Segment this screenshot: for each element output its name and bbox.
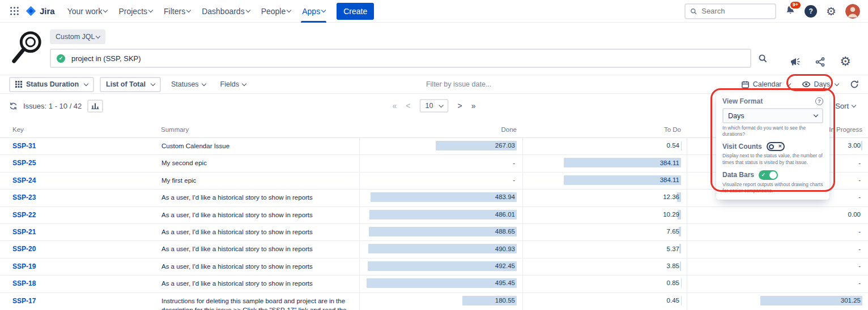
- nav-item-people[interactable]: People: [256, 0, 297, 23]
- issue-key-link[interactable]: SSP-22: [0, 207, 148, 223]
- help-icon[interactable]: ?: [815, 97, 823, 105]
- jira-logo[interactable]: Jira: [25, 5, 55, 17]
- reload-issues-icon[interactable]: [9, 102, 18, 110]
- column-header-key[interactable]: Key: [0, 126, 148, 133]
- chevron-down-icon: [103, 8, 108, 12]
- nav-item-your-work[interactable]: Your work: [62, 0, 113, 23]
- refresh-report-icon[interactable]: [850, 80, 859, 89]
- in-progress-cell: -: [687, 259, 868, 275]
- page-size-select[interactable]: 10: [420, 99, 449, 113]
- issue-key-link[interactable]: SSP-31: [0, 138, 148, 154]
- done-cell: 180.55: [359, 293, 522, 310]
- chart-view-button[interactable]: [87, 100, 103, 113]
- table-row: SSP-20As a user, I'd like a historical s…: [0, 241, 868, 258]
- statuses-dropdown[interactable]: Statuses: [167, 80, 210, 88]
- issue-key-link[interactable]: SSP-20: [0, 241, 148, 257]
- todo-cell: 0.54: [522, 138, 687, 154]
- create-button[interactable]: Create: [337, 3, 374, 20]
- issue-key-link[interactable]: SSP-21: [0, 224, 148, 240]
- nav-item-filters[interactable]: Filters: [158, 0, 196, 23]
- app-switcher-button[interactable]: [6, 3, 23, 20]
- nav-item-projects[interactable]: Projects: [113, 0, 158, 23]
- chevron-down-icon: [151, 81, 155, 85]
- column-header-summary[interactable]: Summary: [148, 126, 359, 133]
- data-bar: [368, 244, 517, 253]
- done-cell: 495.45: [359, 275, 522, 292]
- jql-input-row: ✓: [50, 49, 767, 68]
- issue-summary: Custom Calendar Issue: [148, 138, 359, 154]
- duration-value: -: [858, 278, 862, 288]
- visit-counts-description: Display next to the status value, the nu…: [722, 153, 823, 165]
- first-page-button[interactable]: «: [393, 101, 397, 110]
- user-avatar[interactable]: [845, 4, 860, 19]
- jql-search-icon[interactable]: [758, 54, 767, 63]
- view-format-select[interactable]: Days: [722, 108, 823, 123]
- issue-key-link[interactable]: SSP-17: [0, 293, 148, 309]
- prev-page-button[interactable]: <: [406, 101, 410, 110]
- calendar-icon: [741, 80, 750, 89]
- visit-counts-toggle[interactable]: ✕: [767, 142, 785, 151]
- issue-key-link[interactable]: SSP-23: [0, 190, 148, 206]
- settings-gear-button[interactable]: ⚙: [826, 6, 836, 17]
- jql-query-input[interactable]: [70, 54, 744, 63]
- issue-summary: As a user, I'd like a historical story t…: [148, 275, 359, 292]
- report-type-dropdown[interactable]: Status Duration: [9, 77, 94, 92]
- next-page-button[interactable]: >: [457, 101, 462, 110]
- help-button[interactable]: ?: [805, 5, 817, 18]
- sort-dropdown[interactable]: Sort: [835, 102, 856, 110]
- done-cell: 488.65: [359, 224, 522, 240]
- issue-key-link[interactable]: SSP-19: [0, 259, 148, 275]
- chevron-down-icon: [201, 81, 206, 85]
- main-nav: Your workProjectsFiltersDashboardsPeople…: [62, 0, 331, 23]
- grid-icon: [10, 6, 19, 16]
- sort-label: Sort: [835, 102, 849, 110]
- column-header-todo[interactable]: To Do: [522, 126, 687, 133]
- duration-value: 490.93: [495, 244, 517, 254]
- report-toolbar: Status Duration List of Total Statuses F…: [0, 75, 868, 94]
- toggle-knob: [769, 144, 774, 149]
- data-bars-toggle[interactable]: ✓: [759, 170, 778, 180]
- issue-key-link[interactable]: SSP-24: [0, 173, 148, 189]
- fields-label: Fields: [220, 80, 239, 88]
- duration-value: 10.29: [663, 210, 681, 219]
- calendar-dropdown[interactable]: Calendar: [741, 80, 790, 89]
- nav-item-dashboards[interactable]: Dashboards: [196, 0, 256, 23]
- share-icon[interactable]: [815, 57, 825, 67]
- search-input[interactable]: [700, 6, 771, 16]
- fields-dropdown[interactable]: Fields: [216, 80, 250, 88]
- duration-value: 3.85: [667, 261, 681, 271]
- issue-summary: My first epic: [148, 173, 359, 189]
- report-settings-gear-icon[interactable]: ⚙: [840, 55, 851, 68]
- avatar-image: [845, 4, 860, 19]
- nav-item-apps[interactable]: Apps: [296, 0, 331, 23]
- page-size-value: 10: [426, 102, 433, 110]
- duration-value: 180.55: [495, 296, 517, 305]
- in-progress-cell: -: [687, 224, 868, 240]
- todo-cell: 7.65: [522, 224, 687, 240]
- in-progress-cell: -: [687, 275, 868, 292]
- global-search[interactable]: [684, 3, 776, 19]
- duration-value: 486.01: [495, 210, 517, 219]
- notifications-button[interactable]: 9+: [785, 5, 795, 18]
- last-page-button[interactable]: »: [471, 101, 476, 110]
- chevron-down-icon: [84, 81, 88, 85]
- jql-mode-dropdown[interactable]: Custom JQL: [50, 29, 105, 44]
- todo-cell: 0.45: [522, 293, 687, 310]
- chevron-down-icon: [245, 8, 250, 12]
- todo-cell: 3.85: [522, 259, 687, 275]
- todo-cell: 384.11: [522, 173, 687, 189]
- jql-input-box[interactable]: ✓: [50, 49, 751, 68]
- announcements-icon[interactable]: [789, 57, 801, 67]
- duration-value: 7.65: [667, 227, 681, 236]
- duration-value: -: [858, 192, 862, 202]
- issues-count-label: Issues: 1 - 10 / 42: [23, 102, 82, 110]
- done-cell: -: [359, 155, 522, 171]
- data-bars-row: Data Bars ✓: [722, 170, 823, 180]
- issue-key-link[interactable]: SSP-25: [0, 155, 148, 171]
- issue-date-filter-input[interactable]: [256, 80, 735, 89]
- chevron-down-icon: [852, 102, 856, 107]
- issue-key-link[interactable]: SSP-18: [0, 275, 148, 292]
- column-header-done[interactable]: Done: [359, 126, 522, 133]
- list-of-dropdown[interactable]: List of Total: [100, 77, 161, 92]
- view-format-dropdown[interactable]: Days: [802, 80, 839, 88]
